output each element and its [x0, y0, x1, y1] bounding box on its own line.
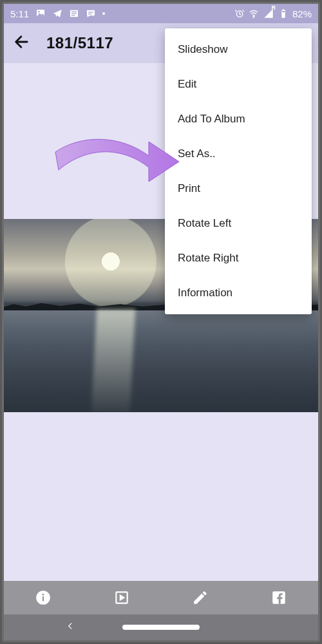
- battery-percent: 82%: [292, 8, 312, 19]
- svg-rect-11: [283, 9, 285, 10]
- menu-item-rotate-left[interactable]: Rotate Left: [165, 206, 312, 241]
- telegram-icon: [52, 8, 62, 19]
- messages-icon: [86, 8, 96, 19]
- menu-item-rotate-right[interactable]: Rotate Right: [165, 241, 312, 276]
- menu-item-print[interactable]: Print: [165, 171, 312, 206]
- status-bar: 5:11 R: [4, 4, 318, 23]
- more-notifications-dot: [102, 12, 105, 15]
- svg-rect-5: [71, 15, 75, 15]
- wifi-icon: [249, 8, 259, 19]
- device-frame: 5:11 R: [2, 2, 320, 642]
- bottom-toolbar: [4, 581, 318, 614]
- nav-home-pill[interactable]: [122, 625, 200, 630]
- svg-point-15: [43, 594, 44, 596]
- photo-counter: 181/5117: [46, 34, 113, 52]
- info-button[interactable]: [35, 589, 52, 606]
- svg-point-9: [253, 17, 254, 18]
- svg-rect-3: [71, 12, 77, 12]
- signal-icon: R: [263, 8, 274, 19]
- menu-item-slideshow[interactable]: Slideshow: [165, 32, 312, 67]
- svg-rect-12: [282, 11, 285, 12]
- news-icon: [69, 8, 79, 19]
- back-button[interactable]: [13, 33, 31, 53]
- menu-item-information[interactable]: Information: [165, 276, 312, 310]
- menu-item-edit[interactable]: Edit: [165, 67, 312, 102]
- battery-icon: [278, 8, 289, 19]
- svg-rect-7: [88, 14, 91, 14]
- android-nav-bar: [4, 614, 318, 640]
- svg-rect-4: [71, 13, 77, 14]
- svg-rect-14: [43, 596, 44, 601]
- slideshow-button[interactable]: [113, 589, 130, 606]
- svg-point-1: [38, 11, 40, 13]
- image-icon: [35, 8, 46, 19]
- overflow-menu: Slideshow Edit Add To Album Set As.. Pri…: [165, 28, 312, 314]
- roaming-indicator: R: [271, 5, 276, 11]
- nav-back-button[interactable]: [66, 621, 75, 633]
- facebook-button[interactable]: [270, 589, 287, 606]
- status-time: 5:11: [10, 8, 29, 19]
- menu-item-add-album[interactable]: Add To Album: [165, 102, 312, 137]
- edit-button[interactable]: [192, 589, 209, 606]
- svg-rect-6: [88, 12, 93, 12]
- menu-item-set-as[interactable]: Set As..: [165, 137, 312, 171]
- alarm-icon: [234, 8, 245, 19]
